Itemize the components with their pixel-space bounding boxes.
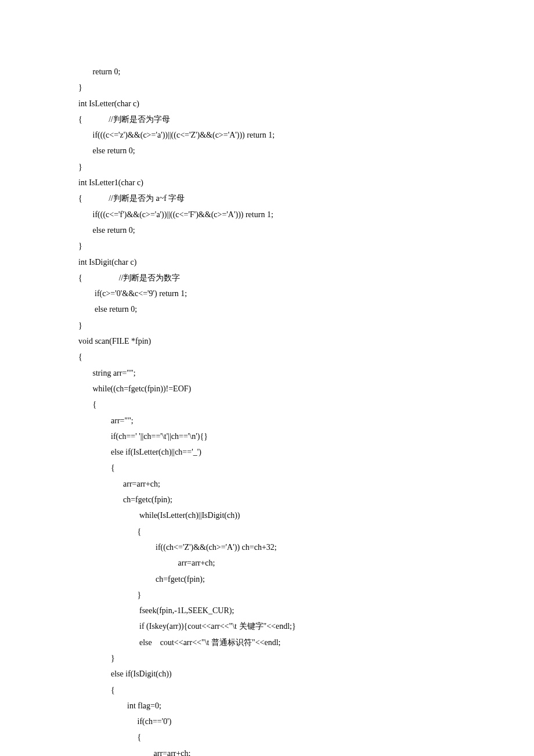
code-line: { [78, 349, 456, 365]
code-line: int IsLetter1(char c) [78, 175, 456, 190]
code-line: if(ch=='0') [78, 714, 456, 729]
code-line: arr=arr+ch; [78, 555, 456, 571]
code-line: int IsDigit(char c) [78, 254, 456, 270]
code-line: } [78, 587, 456, 603]
code-line: if(((c<='f')&&(c>='a'))||((c<='F')&&(c>=… [78, 207, 456, 222]
code-line: int IsLetter(char c) [78, 96, 456, 111]
document-page: return 0; } int IsLetter(char c) { //判断是… [0, 0, 534, 756]
code-line: } [78, 650, 456, 666]
code-line: } [78, 318, 456, 333]
code-line: { //判断是否为数字 [78, 270, 456, 286]
code-line: fseek(fpin,-1L,SEEK_CUR); [78, 603, 456, 618]
code-line: arr=arr+ch; [78, 746, 456, 756]
code-line: else return 0; [78, 222, 456, 238]
code-line: if (Iskey(arr)){cout<<arr<<"\t 关键字"<<end… [78, 618, 456, 634]
code-line: { [78, 729, 456, 745]
code-line: if(ch==' '||ch=='\t'||ch=='\n'){} [78, 429, 456, 444]
code-line: { [78, 460, 456, 476]
code-line: ch=fgetc(fpin); [78, 492, 456, 507]
code-line: return 0; [78, 64, 456, 80]
code-line: ch=fgetc(fpin); [78, 571, 456, 587]
code-line: } [78, 238, 456, 254]
code-line: { [78, 524, 456, 539]
code-line: if((ch<='Z')&&(ch>='A')) ch=ch+32; [78, 539, 456, 555]
code-line: { //判断是否为字母 [78, 111, 456, 127]
code-block: return 0; } int IsLetter(char c) { //判断是… [78, 64, 456, 756]
code-line: if(((c<='z')&&(c>='a'))||((c<='Z')&&(c>=… [78, 127, 456, 143]
code-line: else return 0; [78, 301, 456, 317]
code-line: { //判断是否为 a~f 字母 [78, 190, 456, 206]
code-line: else if(IsDigit(ch)) [78, 666, 456, 682]
code-line: arr=""; [78, 413, 456, 429]
code-line: } [78, 80, 456, 95]
code-line: int flag=0; [78, 698, 456, 714]
code-line: if(c>='0'&&c<='9') return 1; [78, 286, 456, 301]
code-line: } [78, 159, 456, 175]
code-line: { [78, 397, 456, 412]
code-line: while((ch=fgetc(fpin))!=EOF) [78, 381, 456, 397]
code-line: void scan(FILE *fpin) [78, 333, 456, 349]
code-line: else if(IsLetter(ch)||ch=='_') [78, 444, 456, 460]
code-line: arr=arr+ch; [78, 476, 456, 492]
code-line: else return 0; [78, 143, 456, 159]
code-line: string arr=""; [78, 365, 456, 381]
code-line: { [78, 682, 456, 698]
code-line: while(IsLetter(ch)||IsDigit(ch)) [78, 507, 456, 523]
code-line: else cout<<arr<<"\t 普通标识符"<<endl; [78, 635, 456, 650]
